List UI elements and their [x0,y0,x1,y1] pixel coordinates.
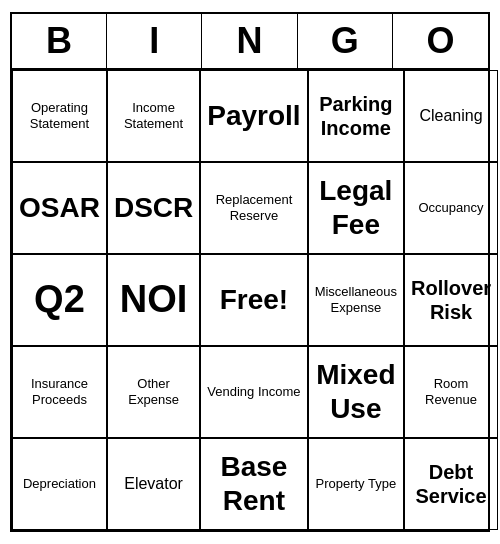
cell-text-8: Legal Fee [315,174,397,241]
cell-text-14: Rollover Risk [411,276,491,324]
bingo-cell-7: Replacement Reserve [200,162,307,254]
bingo-card: BINGO Operating StatementIncome Statemen… [10,12,490,532]
bingo-cell-12: Free! [200,254,307,346]
cell-text-2: Payroll [207,99,300,133]
cell-text-16: Other Expense [114,376,193,407]
bingo-cell-16: Other Expense [107,346,200,438]
bingo-cell-17: Vending Income [200,346,307,438]
cell-text-11: NOI [120,277,188,323]
bingo-cell-4: Cleaning [404,70,498,162]
bingo-cell-11: NOI [107,254,200,346]
bingo-cell-1: Income Statement [107,70,200,162]
cell-text-24: Debt Service [411,460,491,508]
bingo-cell-22: Base Rent [200,438,307,530]
bingo-cell-8: Legal Fee [308,162,404,254]
cell-text-19: Room Revenue [411,376,491,407]
bingo-cell-3: Parking Income [308,70,404,162]
header-letter-N: N [202,14,297,68]
bingo-cell-0: Operating Statement [12,70,107,162]
bingo-cell-24: Debt Service [404,438,498,530]
cell-text-6: DSCR [114,191,193,225]
cell-text-23: Property Type [315,476,396,492]
bingo-cell-10: Q2 [12,254,107,346]
bingo-header: BINGO [12,14,488,70]
header-letter-I: I [107,14,202,68]
cell-text-21: Elevator [124,474,183,493]
bingo-cell-15: Insurance Proceeds [12,346,107,438]
cell-text-10: Q2 [34,277,85,323]
bingo-cell-13: Miscellaneous Expense [308,254,404,346]
cell-text-18: Mixed Use [315,358,397,425]
bingo-cell-23: Property Type [308,438,404,530]
cell-text-0: Operating Statement [19,100,100,131]
cell-text-9: Occupancy [419,200,484,216]
bingo-cell-2: Payroll [200,70,307,162]
bingo-cell-18: Mixed Use [308,346,404,438]
bingo-cell-6: DSCR [107,162,200,254]
cell-text-5: OSAR [19,191,100,225]
header-letter-G: G [298,14,393,68]
bingo-cell-5: OSAR [12,162,107,254]
bingo-cell-19: Room Revenue [404,346,498,438]
cell-text-13: Miscellaneous Expense [315,284,397,315]
header-letter-B: B [12,14,107,68]
bingo-cell-9: Occupancy [404,162,498,254]
bingo-grid: Operating StatementIncome StatementPayro… [12,70,488,530]
cell-text-22: Base Rent [207,450,300,517]
cell-text-7: Replacement Reserve [207,192,300,223]
cell-text-12: Free! [220,283,288,317]
bingo-cell-14: Rollover Risk [404,254,498,346]
bingo-cell-21: Elevator [107,438,200,530]
cell-text-17: Vending Income [207,384,300,400]
cell-text-20: Depreciation [23,476,96,492]
header-letter-O: O [393,14,488,68]
cell-text-3: Parking Income [315,92,397,140]
cell-text-1: Income Statement [114,100,193,131]
bingo-cell-20: Depreciation [12,438,107,530]
cell-text-4: Cleaning [419,106,482,125]
cell-text-15: Insurance Proceeds [19,376,100,407]
